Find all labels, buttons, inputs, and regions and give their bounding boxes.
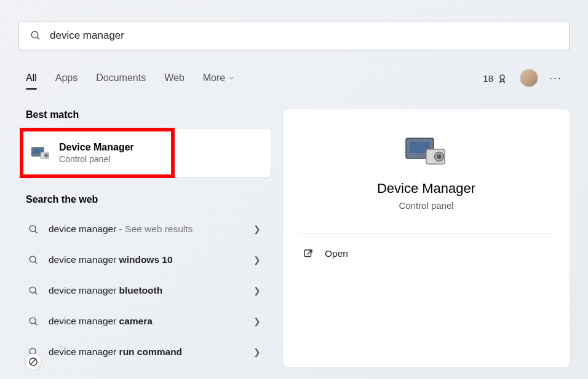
chevron-right-icon: ❯ (253, 286, 261, 295)
svg-line-1 (37, 37, 39, 39)
svg-line-15 (35, 322, 38, 325)
tab-more[interactable]: More (203, 72, 235, 84)
web-result-item[interactable]: device manager run command ❯ (18, 337, 271, 367)
web-result-text: device manager - See web results (49, 224, 253, 235)
web-result-text: device manager camera (49, 316, 253, 327)
svg-line-11 (35, 261, 38, 264)
web-result-item[interactable]: device manager windows 10 ❯ (18, 244, 271, 275)
svg-point-0 (31, 31, 38, 38)
web-result-text: device manager windows 10 (49, 254, 253, 265)
web-result-item[interactable]: device manager - See web results ❯ (18, 214, 271, 244)
best-match-subtitle: Control panel (59, 154, 134, 164)
tab-apps[interactable]: Apps (55, 72, 77, 84)
detail-subtitle: Control panel (299, 200, 554, 211)
chevron-right-icon: ❯ (253, 255, 261, 265)
svg-point-22 (437, 154, 442, 159)
device-manager-icon (31, 146, 50, 160)
best-match-title: Device Manager (59, 142, 134, 153)
search-web-heading: Search the web (26, 194, 271, 205)
blocked-icon-badge[interactable] (25, 353, 42, 370)
results-column: Best match Device Manager Control panel … (18, 109, 271, 367)
detail-title: Device Manager (299, 181, 554, 197)
search-bar[interactable] (18, 21, 570, 50)
svg-point-2 (500, 74, 504, 79)
open-label: Open (325, 248, 348, 259)
open-icon (303, 248, 314, 259)
search-icon (28, 224, 39, 235)
divider (299, 233, 554, 233)
filter-row: All Apps Documents Web More 18 ··· (18, 69, 570, 87)
device-manager-large-icon (404, 134, 448, 168)
svg-point-14 (30, 318, 36, 324)
chevron-right-icon: ❯ (253, 224, 261, 234)
search-icon (28, 255, 39, 265)
chevron-down-icon (228, 74, 235, 82)
web-result-item[interactable]: device manager bluetooth ❯ (18, 275, 271, 306)
tab-web[interactable]: Web (164, 72, 185, 84)
search-icon (30, 30, 41, 41)
rewards-badge[interactable]: 18 (483, 73, 507, 84)
rewards-points: 18 (483, 73, 493, 84)
medal-icon (497, 73, 507, 84)
search-input[interactable] (50, 29, 558, 42)
svg-point-10 (30, 256, 36, 262)
svg-line-13 (35, 292, 38, 294)
more-menu-button[interactable]: ··· (549, 72, 562, 85)
web-result-text: device manager bluetooth (49, 285, 253, 296)
open-action[interactable]: Open (299, 240, 554, 268)
selection-indicator (20, 144, 22, 162)
best-match-item[interactable]: Device Manager Control panel (18, 129, 271, 177)
tab-documents[interactable]: Documents (96, 72, 146, 84)
filter-tabs: All Apps Documents Web More (26, 72, 235, 84)
blocked-icon (28, 357, 38, 367)
svg-rect-23 (304, 250, 311, 257)
detail-icon-wrap (299, 134, 554, 168)
best-match-heading: Best match (26, 109, 271, 120)
web-results-section: Search the web device manager - See web … (18, 194, 271, 367)
user-avatar[interactable] (520, 69, 538, 87)
web-result-text: device manager run command (49, 346, 253, 358)
svg-point-8 (30, 225, 36, 232)
tab-more-label: More (203, 72, 225, 84)
chevron-right-icon: ❯ (253, 347, 261, 357)
detail-panel: Device Manager Control panel Open (283, 109, 570, 367)
tab-all[interactable]: All (26, 72, 37, 84)
svg-point-12 (30, 287, 36, 293)
chevron-right-icon: ❯ (253, 316, 261, 326)
best-match-text: Device Manager Control panel (59, 142, 134, 164)
svg-point-7 (46, 154, 47, 156)
search-icon (28, 286, 39, 296)
search-icon (28, 316, 39, 327)
svg-line-25 (30, 359, 36, 364)
web-result-item[interactable]: device manager camera ❯ (18, 306, 271, 337)
svg-line-9 (35, 230, 38, 233)
